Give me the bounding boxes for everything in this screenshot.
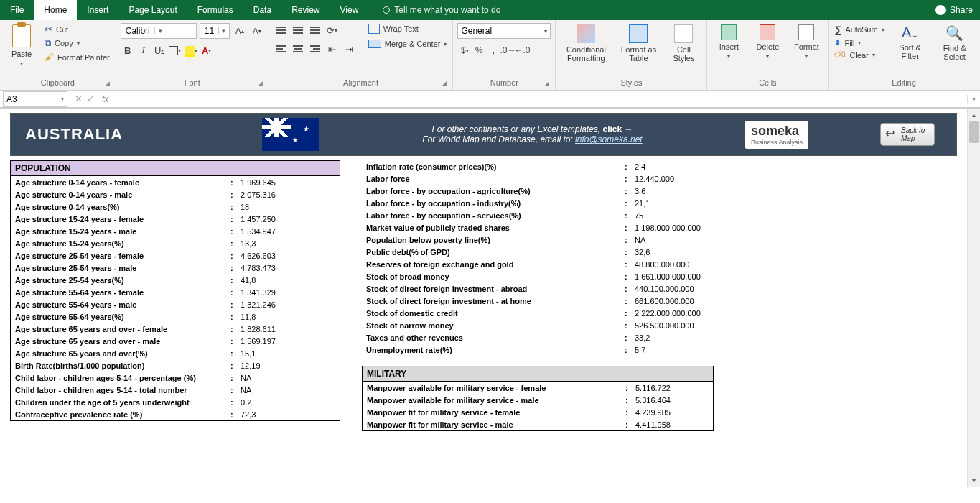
bold-button[interactable]: B xyxy=(121,43,135,57)
font-name-value: Calibri xyxy=(121,26,154,36)
format-as-table-button[interactable]: Format as Table xyxy=(616,23,661,64)
cf-label: Conditional Formatting xyxy=(564,45,607,63)
font-size-combo[interactable]: 11▾ xyxy=(200,23,230,39)
align-top-button[interactable] xyxy=(274,23,288,37)
dialog-launcher-icon[interactable]: ◢ xyxy=(442,80,447,87)
row-sep: : xyxy=(230,361,241,370)
font-color-button[interactable]: A▾ xyxy=(200,43,214,57)
fill-color-button[interactable]: ▾ xyxy=(184,43,198,57)
formula-input[interactable] xyxy=(113,91,967,107)
row-sep: : xyxy=(230,178,241,187)
accounting-format-button[interactable]: $▾ xyxy=(457,43,472,57)
paste-button[interactable]: Paste ▾ xyxy=(4,23,39,68)
underline-button[interactable]: U▾ xyxy=(152,43,167,57)
data-columns: POPULATION Age structure 0-14 years - fe… xyxy=(10,160,957,431)
row-value: 1.341.329 xyxy=(241,288,335,297)
font-name-combo[interactable]: Calibri▾ xyxy=(121,23,197,39)
delete-button[interactable]: Delete▾ xyxy=(750,23,785,61)
someka-name: someka xyxy=(751,124,803,139)
align-center-button[interactable] xyxy=(291,42,305,56)
find-label: Find & Select xyxy=(939,44,971,61)
data-row: Taxes and other revenues:33,2 xyxy=(362,331,714,343)
fill-button[interactable]: ⬇Fill▾ xyxy=(833,37,885,48)
data-row: Age structure 65 years and over(%):15,1 xyxy=(11,347,340,359)
tab-view[interactable]: View xyxy=(330,0,369,20)
orientation-button[interactable]: ⟳▾ xyxy=(325,23,340,37)
tab-data[interactable]: Data xyxy=(243,0,281,20)
format-icon xyxy=(798,24,814,40)
row-sep: : xyxy=(625,309,635,318)
find-select-button[interactable]: 🔍Find & Select xyxy=(935,23,975,63)
row-label: Population below poverty line(%) xyxy=(366,236,625,244)
data-row: Age structure 25-54 years(%):41,8 xyxy=(11,274,340,286)
email-link[interactable]: info@someka.net xyxy=(575,134,643,144)
autosum-button[interactable]: ∑AutoSum▾ xyxy=(833,23,885,36)
cut-button[interactable]: ✂Cut xyxy=(43,23,111,35)
sort-filter-button[interactable]: A↓Sort & Filter xyxy=(890,23,930,62)
row-sep: : xyxy=(625,346,635,354)
row-sep: : xyxy=(625,260,635,269)
row-sep: : xyxy=(230,239,241,248)
cell-styles-button[interactable]: Cell Styles xyxy=(665,23,702,64)
name-box[interactable]: A3▾ xyxy=(3,91,67,107)
format-painter-button[interactable]: 🖌Format Painter xyxy=(43,51,111,63)
align-bottom-button[interactable] xyxy=(308,23,322,37)
borders-button[interactable]: ▾ xyxy=(168,43,182,57)
align-icon xyxy=(293,27,303,34)
back-to-map-button[interactable]: Back to Map xyxy=(880,123,935,146)
number-format-combo[interactable]: General▾ xyxy=(457,23,551,39)
row-value: 1.198.000.000.000 xyxy=(635,223,709,232)
expand-formula-bar[interactable]: ▾ xyxy=(967,95,980,103)
row-value: 1.569.197 xyxy=(241,337,335,346)
click-link[interactable]: click xyxy=(603,124,622,134)
inc-decimal-button[interactable]: .0→ xyxy=(500,43,515,57)
scroll-thumb[interactable] xyxy=(969,121,979,143)
insert-button[interactable]: Insert▾ xyxy=(711,23,746,61)
dialog-launcher-icon[interactable]: ◢ xyxy=(105,80,110,87)
merge-center-button[interactable]: Merge & Center▾ xyxy=(367,39,449,49)
row-label: Age structure 55-64 years - female xyxy=(15,288,230,297)
align-middle-button[interactable] xyxy=(291,23,305,37)
tab-home[interactable]: Home xyxy=(34,0,77,20)
painter-label: Format Painter xyxy=(57,53,110,62)
right-column: Inflation rate (consumer prices)(%):2,4L… xyxy=(362,160,714,431)
conditional-formatting-button[interactable]: Conditional Formatting xyxy=(560,23,612,64)
worksheet[interactable]: AUSTRALIA ★★ For other continents or any… xyxy=(0,109,967,487)
tab-file[interactable]: File xyxy=(0,0,34,20)
tab-insert[interactable]: Insert xyxy=(77,0,118,20)
row-value: 41,8 xyxy=(241,276,335,285)
vertical-scrollbar[interactable]: ▴ ▾ xyxy=(967,109,980,487)
shrink-font-button[interactable]: A▾ xyxy=(250,24,264,38)
tab-review[interactable]: Review xyxy=(281,0,330,20)
copy-button[interactable]: ⧉Copy▾ xyxy=(43,37,111,50)
enter-icon[interactable]: ✓ xyxy=(87,93,95,104)
percent-button[interactable]: % xyxy=(472,43,486,57)
tab-formulas[interactable]: Formulas xyxy=(187,0,243,20)
cancel-icon[interactable]: ✕ xyxy=(75,93,83,104)
dialog-launcher-icon[interactable]: ◢ xyxy=(544,80,549,87)
scroll-up-icon[interactable]: ▴ xyxy=(968,109,980,121)
copy-label: Copy xyxy=(55,39,73,47)
comma-button[interactable]: , xyxy=(486,43,500,57)
inc-indent-button[interactable]: ⇥ xyxy=(342,42,357,56)
clear-button[interactable]: ⌫Clear▾ xyxy=(833,50,885,60)
tell-me[interactable]: Tell me what you want to do xyxy=(383,5,500,15)
data-row: Labor force - by occupation - industry(%… xyxy=(362,197,714,209)
data-row: Age structure 55-64 years - female:1.341… xyxy=(11,286,340,298)
dec-indent-button[interactable]: ⇤ xyxy=(325,42,340,56)
align-left-button[interactable] xyxy=(274,42,288,56)
fx-icon[interactable]: fx xyxy=(102,94,108,104)
data-row: Manpower fit for military service - male… xyxy=(363,418,713,430)
wrap-text-button[interactable]: Wrap Text xyxy=(367,23,449,34)
share-button[interactable]: Share xyxy=(935,5,973,15)
dialog-launcher-icon[interactable]: ◢ xyxy=(258,80,263,87)
tab-page-layout[interactable]: Page Layout xyxy=(118,0,187,20)
format-button[interactable]: Format▾ xyxy=(789,23,823,61)
scroll-down-icon[interactable]: ▾ xyxy=(968,474,980,487)
data-row: Age structure 15-24 years - female:1.457… xyxy=(11,213,340,225)
dec-decimal-button[interactable]: ←.0 xyxy=(515,43,529,57)
row-label: Age structure 55-64 years(%) xyxy=(15,313,230,321)
grow-font-button[interactable]: A▴ xyxy=(233,24,247,38)
align-right-button[interactable] xyxy=(308,42,322,56)
italic-button[interactable]: I xyxy=(136,43,151,57)
